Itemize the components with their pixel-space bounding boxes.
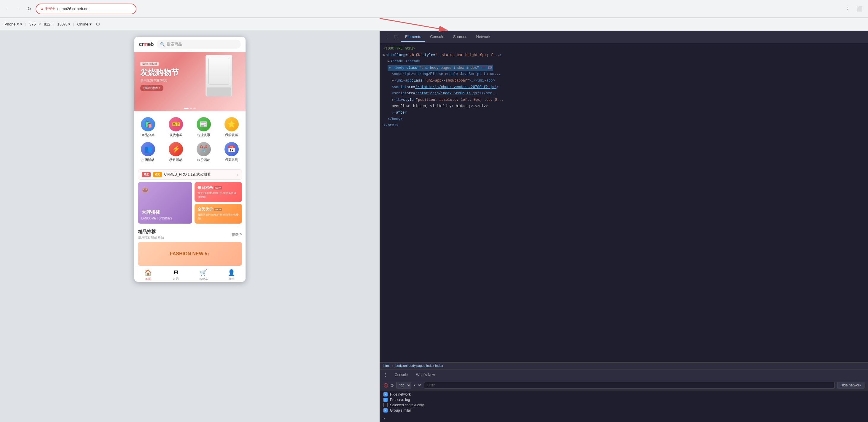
devtools-inspect-icon[interactable]: ⬚ (392, 33, 400, 41)
bargain-label: 砍价活动 (197, 158, 210, 162)
html-tag: <html (386, 52, 397, 59)
nav-item-category[interactable]: ⊞ 分类 (162, 269, 190, 281)
dom-line-head[interactable]: ▶ <head>…</head> (388, 58, 864, 65)
icon-item-goods[interactable]: 🛍️ 商品分类 (134, 115, 162, 140)
icon-item-favorite[interactable]: ⭐ 我的收藏 (218, 115, 246, 140)
icon-item-seckill[interactable]: ⚡ 秒杀活动 (162, 140, 190, 164)
console-filter-input[interactable] (424, 382, 835, 389)
console-level-select[interactable]: top (396, 382, 411, 389)
featured-more[interactable]: 更多 > (231, 232, 242, 237)
breadcrumb-sep: › (392, 364, 393, 367)
search-bar[interactable]: 🔍 搜索商品 (157, 40, 241, 49)
nav-item-cart[interactable]: 🛒 购物车 (190, 269, 218, 281)
console-clear-btn[interactable]: 🚫 (383, 383, 388, 388)
icon-item-news[interactable]: 📰 行业资讯 (190, 115, 218, 140)
icon-item-bargain[interactable]: ✂️ 砍价活动 (190, 140, 218, 164)
devtools-panel: ⋮ ⬚ Elements Console Sources Network <!D… (380, 31, 868, 422)
dom-line-body-close: </body> (388, 116, 864, 123)
tab-sources[interactable]: Sources (449, 32, 471, 42)
settings-icon[interactable]: ⚙ (96, 21, 100, 27)
cart-label: 购物车 (199, 277, 208, 281)
capture-btn[interactable]: Hide network (837, 382, 864, 389)
preserve-log-checkbox[interactable]: ✓ (383, 398, 388, 402)
hide-network-option[interactable]: ✓ Hide network (383, 392, 864, 396)
featured-sub: 诚意推荐精品商品 (138, 235, 164, 240)
devtools-more-btn[interactable]: ⋮ (842, 4, 852, 13)
device-select[interactable]: iPhone X ▾ (4, 22, 22, 26)
refresh-button[interactable]: ↻ (25, 5, 33, 13)
console-eye-btn[interactable]: 👁 (418, 383, 422, 388)
tab-console[interactable]: Console (426, 32, 448, 42)
icon-item-checkin[interactable]: 📅 我要签到 (218, 140, 246, 164)
dom-content: <!DOCTYPE html> ▶ <html lang="zh-CN" sty… (380, 43, 868, 362)
dom-line-html[interactable]: ▶ <html lang="zh-CN" style="--status-bar… (383, 52, 864, 59)
dom-line-uniapp[interactable]: ▶ <uni-app class="uni-app--showtabbar" >… (392, 78, 864, 84)
phone-frame: crmeb 🔍 搜索商品 New arrival 发烧购物节 领你自然好物好时光… (134, 37, 246, 282)
nav-item-profile[interactable]: 👤 我的 (218, 269, 246, 281)
seckill-label: 秒杀活动 (169, 158, 182, 162)
uniapp-triangle: ▶ (392, 78, 394, 84)
breadcrumb: html › body.uni-body.pages-index-index (380, 363, 868, 369)
announce-text: CRMEB_PRO 1.1正式公测啦 (164, 172, 234, 177)
promo-left-banner[interactable]: 👜 大牌拼团 LANCOME LONGINES (138, 182, 192, 223)
uniapp-close: >…</uni-app> (469, 78, 495, 84)
preserve-log-option[interactable]: ✓ Preserve log (383, 398, 864, 402)
dom-line-body[interactable]: ▼ <body class="uni-body pages-index-inde… (388, 65, 864, 71)
dom-line-noscript[interactable]: <noscript><strong>Please enable JavaScri… (392, 71, 864, 78)
script2-src[interactable]: "/static/js/index.6fe0b3ia.js" (415, 90, 479, 97)
promo-right-bottom[interactable]: 全民优价 NEW 每日正好时光来,好样好物优先免费瓜! (194, 204, 242, 223)
console-expand[interactable]: › (380, 414, 868, 422)
dom-line-script1[interactable]: <script src="/static/js/chunk-vendors.20… (392, 84, 864, 91)
network-condition[interactable]: Online ▾ (77, 22, 91, 26)
console-more-btn[interactable]: ⋮ (383, 372, 388, 377)
featured-title-block: 精品推荐 诚意推荐精品商品 (138, 229, 164, 240)
device-toolbar: iPhone X ▾ | 375 × 812 | 100% ▾ | Online… (0, 18, 868, 31)
hide-network-label: Hide network (390, 392, 411, 396)
group-similar-checkbox[interactable]: ✓ (383, 409, 388, 413)
icon-item-group[interactable]: 👥 拼团活动 (134, 140, 162, 164)
html-attr-style: style= (423, 52, 435, 59)
nav-item-home[interactable]: 🏠 首页 (134, 269, 162, 281)
browser-chrome: ← → ↻ ▲ 不安全 demo26.crmeb.net ⋮ ⬜ (0, 0, 868, 18)
group-similar-option[interactable]: ✓ Group similar (383, 409, 864, 413)
dom-line-div[interactable]: ▶ <div style="position: absolute; left: … (392, 97, 864, 103)
script1-tag: <script (392, 84, 407, 91)
body-triangle: ▼ (389, 66, 391, 70)
phone-header: crmeb 🔍 搜索商品 (134, 37, 246, 52)
hide-network-checkbox[interactable]: ✓ (383, 392, 388, 396)
console-dropdown-arrow: ▾ (414, 383, 415, 387)
tab-elements[interactable]: Elements (401, 32, 425, 42)
icon-item-coupon[interactable]: 🎫 领优惠券 (162, 115, 190, 140)
breadcrumb-body[interactable]: body.uni-body.pages-index-index (395, 364, 443, 367)
announce-bar[interactable]: 精选 图文 CRMEB_PRO 1.1正式公测啦 › (138, 169, 242, 180)
product-banner-text: FASHION NEW 5↑ (170, 251, 210, 257)
toolbar-sep1: | (25, 22, 26, 26)
console-tab-console[interactable]: Console (391, 371, 411, 379)
dom-line-after: ::after (392, 110, 864, 116)
banner-btn[interactable]: 领取优惠券 > (140, 85, 164, 91)
devtools-bottom: html › body.uni-body.pages-index-index (380, 362, 868, 369)
console-tab-whats-new[interactable]: What's New (412, 371, 439, 379)
forward-button[interactable]: → (14, 5, 23, 13)
after-pseudo: ::after (392, 110, 407, 116)
selected-context-option[interactable]: Selected context only (383, 403, 864, 407)
banner-content: New arrival 发烧购物节 领你自然好物好时光 领取优惠券 > (140, 61, 179, 91)
zoom-level[interactable]: 100% ▾ (57, 22, 70, 26)
devtools-more-icon[interactable]: ⋮ (382, 33, 392, 41)
promo-right-top[interactable]: 每日秒杀 NEW 每天!假面重磅时好价,优质多多速来抢购! (194, 182, 242, 202)
bottom-nav: 🏠 首页 ⊞ 分类 🛒 购物车 👤 我的 (134, 267, 246, 282)
breadcrumb-html[interactable]: html (383, 364, 390, 367)
back-button[interactable]: ← (4, 5, 12, 13)
tab-network[interactable]: Network (472, 32, 495, 42)
console-filter-btn[interactable]: ⊘ (391, 383, 394, 388)
profile-icon: 👤 (228, 269, 235, 276)
devtools-undock-btn[interactable]: ⬜ (855, 5, 864, 13)
address-bar[interactable]: ▲ 不安全 demo26.crmeb.net (36, 4, 136, 14)
devtools-tab-bar: ⋮ ⬚ Elements Console Sources Network (380, 31, 868, 43)
home-icon: 🏠 (145, 269, 152, 276)
script1-src[interactable]: "/static/js/chunk-vendors.20700bf2.js" (415, 84, 496, 91)
selected-context-checkbox[interactable] (383, 403, 388, 407)
promo-section: 👜 大牌拼团 LANCOME LONGINES 每日秒杀 NEW 每天!假面重磅… (138, 182, 242, 223)
dom-line-script2[interactable]: <script src="/static/js/index.6fe0b3ia.j… (392, 90, 864, 97)
div-triangle: ▶ (392, 97, 394, 103)
